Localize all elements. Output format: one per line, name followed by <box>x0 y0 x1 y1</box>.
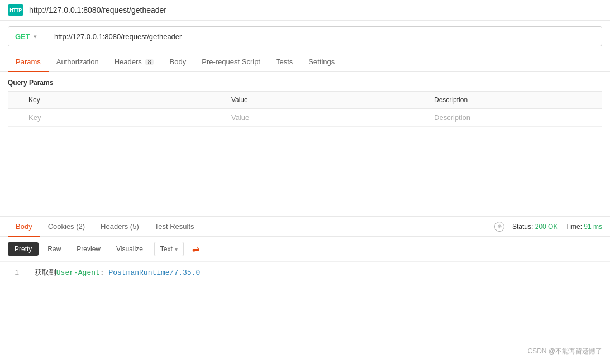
response-content-key: User-Agent <box>56 269 100 277</box>
response-body: 1 获取到User-Agent: PostmanRuntime/7.35.0 <box>0 262 610 283</box>
tab-response-body[interactable]: Body <box>8 217 40 236</box>
tab-response-headers[interactable]: Headers (5) <box>93 217 147 236</box>
wrap-button[interactable]: ⇌ <box>188 241 204 257</box>
query-params-title: Query Params <box>0 72 610 91</box>
format-bar: Pretty Raw Preview Visualize Text ▾ ⇌ <box>0 237 610 262</box>
tab-headers[interactable]: Headers 8 <box>107 52 162 71</box>
response-section: Body Cookies (2) Headers (5) Test Result… <box>0 216 610 283</box>
format-type-dropdown[interactable]: Text ▾ <box>154 242 184 256</box>
watermark: CSDN @不能再留遗憾了 <box>527 347 602 356</box>
status-value: 200 OK <box>535 223 558 231</box>
method-label: GET <box>15 32 30 41</box>
response-separator: : <box>100 269 109 277</box>
raw-button[interactable]: Raw <box>41 242 68 256</box>
table-row: Key Value Description <box>8 109 602 127</box>
tab-params[interactable]: Params <box>8 52 49 71</box>
time-value: 91 ms <box>584 223 602 231</box>
row-value[interactable]: Value <box>225 109 427 127</box>
table-header-checkbox <box>8 92 22 109</box>
chevron-down-icon: ▾ <box>34 33 36 40</box>
url-bar: GET ▾ <box>8 26 602 46</box>
row-key[interactable]: Key <box>22 109 225 127</box>
method-dropdown[interactable]: GET ▾ <box>8 27 47 46</box>
tab-pre-request[interactable]: Pre-request Script <box>194 52 268 71</box>
globe-icon: ⊕ <box>494 222 504 232</box>
request-tabs: Params Authorization Headers 8 Body Pre-… <box>0 52 610 72</box>
title-url: http://127.0.0.1:8080/request/getheader <box>29 6 166 15</box>
tab-tests[interactable]: Tests <box>268 52 301 71</box>
format-chevron-icon: ▾ <box>175 246 178 252</box>
headers-badge: 8 <box>145 59 154 65</box>
http-icon: HTTP <box>8 4 23 16</box>
tab-cookies[interactable]: Cookies (2) <box>40 217 93 236</box>
time-label: Time: 91 ms <box>565 223 602 231</box>
title-bar: HTTP http://127.0.0.1:8080/request/gethe… <box>0 0 610 21</box>
tab-authorization[interactable]: Authorization <box>49 52 107 71</box>
response-content-value: PostmanRuntime/7.35.0 <box>108 269 200 277</box>
params-table: Key Value Description Key Value Descript… <box>8 91 602 127</box>
response-content-prefix: 获取到 <box>35 269 56 277</box>
url-input[interactable] <box>47 32 602 41</box>
preview-button[interactable]: Preview <box>70 242 107 256</box>
table-header-value: Value <box>225 92 427 109</box>
format-type-label: Text <box>160 245 173 253</box>
table-header-description: Description <box>427 92 602 109</box>
tab-body[interactable]: Body <box>162 52 194 71</box>
pretty-button[interactable]: Pretty <box>8 242 39 256</box>
row-description[interactable]: Description <box>427 109 602 127</box>
status-label: Status: 200 OK <box>512 223 557 231</box>
line-number: 1 <box>8 269 19 277</box>
tab-test-results[interactable]: Test Results <box>147 217 202 236</box>
spacer <box>0 127 610 216</box>
response-tabs: Body Cookies (2) Headers (5) Test Result… <box>0 217 610 237</box>
table-header-key: Key <box>22 92 225 109</box>
response-status: ⊕ Status: 200 OK Time: 91 ms <box>494 222 602 232</box>
row-checkbox <box>8 109 22 127</box>
visualize-button[interactable]: Visualize <box>109 242 150 256</box>
tab-settings[interactable]: Settings <box>301 52 342 71</box>
